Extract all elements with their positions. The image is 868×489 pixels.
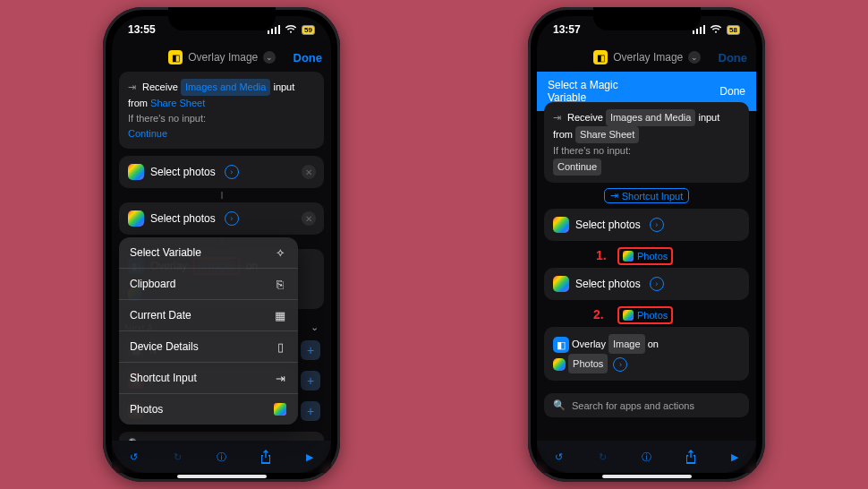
shortcut-icon: ◧: [593, 50, 608, 64]
expand-icon[interactable]: ›: [613, 357, 627, 372]
phone-left: 13:55 59 ◧ Overlay Image ⌄ Done ⇥: [103, 7, 340, 482]
photos-icon: [553, 358, 566, 371]
photos-icon: [274, 403, 286, 416]
bottom-toolbar: ↺ ↻ ⓘ ▶: [537, 441, 756, 473]
input-icon: ⇥: [553, 112, 561, 123]
photos-icon: [623, 310, 634, 321]
add-suggestion-button[interactable]: +: [301, 401, 320, 421]
action-select-photos-2[interactable]: Select photos › ✕: [119, 202, 324, 235]
menu-item-photos[interactable]: Photos: [119, 394, 298, 425]
play-button[interactable]: ▶: [727, 449, 743, 465]
redo-button[interactable]: ↻: [595, 449, 611, 465]
nav-header: ◧ Overlay Image ⌄ Done: [112, 43, 331, 72]
photos-icon: [623, 251, 634, 262]
menu-title-row: Select Variable ⟡: [119, 237, 298, 269]
undo-button[interactable]: ↺: [551, 449, 567, 465]
done-button[interactable]: Done: [294, 51, 323, 64]
expand-icon[interactable]: ›: [225, 165, 239, 179]
overlay-icon: ◧: [553, 337, 569, 353]
battery-icon: 58: [727, 25, 740, 35]
photos-icon: [128, 210, 144, 227]
notch: [593, 7, 701, 30]
screen-left: 13:55 59 ◧ Overlay Image ⌄ Done ⇥: [112, 16, 331, 473]
battery-icon: 59: [302, 25, 315, 35]
action-select-photos-2[interactable]: Select photos ›: [544, 268, 749, 300]
notch: [168, 7, 276, 30]
variable-menu: Select Variable ⟡ Clipboard⎘ Current Dat…: [119, 237, 298, 425]
wifi-icon: [285, 25, 297, 34]
header-title: Overlay Image: [188, 51, 258, 64]
chevron-down-icon[interactable]: ⌄: [688, 51, 701, 64]
annotation-1: 1.: [596, 248, 607, 262]
input-icon: ⇥: [273, 371, 287, 385]
done-button[interactable]: Done: [719, 51, 748, 64]
header-title: Overlay Image: [613, 51, 683, 64]
menu-item-device-details[interactable]: Device Details▯: [119, 331, 298, 363]
share-button[interactable]: [258, 449, 274, 465]
shortcut-icon: ◧: [168, 50, 183, 64]
expand-icon[interactable]: ›: [650, 277, 664, 291]
remove-action-button[interactable]: ✕: [302, 165, 316, 179]
overlay-target-var[interactable]: Photos: [568, 354, 608, 373]
clipboard-icon: ⎘: [273, 277, 287, 291]
expand-icon[interactable]: ›: [225, 211, 239, 226]
menu-item-shortcut-input[interactable]: Shortcut Input⇥: [119, 363, 298, 394]
expand-icon[interactable]: ›: [650, 218, 664, 232]
photos-icon: [553, 276, 569, 292]
receive-types[interactable]: Images and Media: [181, 79, 271, 96]
action-overlay[interactable]: ◧ Overlay Image on Photos ›: [544, 327, 749, 381]
home-indicator[interactable]: [602, 475, 692, 478]
wifi-icon: [710, 25, 722, 34]
info-button[interactable]: ⓘ: [639, 449, 655, 465]
connector: [221, 192, 223, 199]
banner-done-button[interactable]: Done: [719, 85, 745, 98]
receive-card[interactable]: ⇥ Receive Images and Media input from Sh…: [119, 72, 324, 149]
add-suggestion-button[interactable]: +: [301, 340, 320, 360]
undo-button[interactable]: ↺: [126, 449, 142, 465]
photos-variable-2[interactable]: Photos: [617, 306, 673, 324]
play-button[interactable]: ▶: [302, 449, 318, 465]
chevron-down-icon[interactable]: ⌄: [311, 322, 319, 333]
continue-option[interactable]: Continue: [128, 128, 167, 139]
search-field[interactable]: 🔍 Se: [119, 432, 324, 441]
receive-types[interactable]: Images and Media: [606, 109, 696, 126]
input-icon: ⇥: [610, 190, 618, 202]
menu-item-clipboard[interactable]: Clipboard⎘: [119, 269, 298, 300]
phone-right: 13:57 58 ◧ Overlay Image ⌄ Done Select a…: [528, 7, 765, 482]
status-time: 13:57: [553, 23, 581, 36]
redo-button[interactable]: ↻: [170, 449, 186, 465]
phone-icon: ▯: [273, 339, 287, 354]
search-field[interactable]: 🔍 Search for apps and actions: [544, 393, 749, 417]
action-select-photos-1[interactable]: Select photos ›: [544, 209, 749, 241]
photos-icon: [128, 164, 144, 180]
menu-item-current-date[interactable]: Current Date▦: [119, 300, 298, 331]
photos-variable-1[interactable]: Photos: [617, 247, 673, 265]
action-select-photos-1[interactable]: Select photos › ✕: [119, 156, 324, 188]
share-button[interactable]: [683, 449, 699, 465]
nav-header: ◧ Overlay Image ⌄ Done: [537, 43, 756, 72]
receive-card[interactable]: ⇥ Receive Images and Media input from Sh…: [544, 102, 749, 183]
remove-action-button[interactable]: ✕: [302, 211, 316, 226]
photos-icon: [553, 217, 569, 233]
home-indicator[interactable]: [177, 475, 267, 478]
calendar-icon: ▦: [273, 308, 287, 322]
add-suggestion-button[interactable]: +: [301, 371, 320, 390]
info-button[interactable]: ⓘ: [214, 449, 230, 465]
continue-option[interactable]: Continue: [553, 159, 601, 176]
magic-icon[interactable]: ⟡: [273, 245, 287, 260]
screen-right: 13:57 58 ◧ Overlay Image ⌄ Done Select a…: [537, 16, 756, 473]
chevron-down-icon[interactable]: ⌄: [263, 51, 276, 64]
overlay-image-var[interactable]: Image: [608, 334, 645, 354]
search-icon: 🔍: [553, 399, 566, 411]
status-time: 13:55: [128, 23, 156, 36]
receive-source[interactable]: Share Sheet: [575, 126, 639, 143]
receive-source[interactable]: Share Sheet: [150, 98, 205, 108]
annotation-2: 2.: [593, 307, 604, 322]
input-icon: ⇥: [128, 82, 136, 92]
bottom-toolbar: ↺ ↻ ⓘ ▶: [112, 441, 331, 473]
shortcut-input-variable[interactable]: ⇥Shortcut Input: [604, 188, 690, 203]
